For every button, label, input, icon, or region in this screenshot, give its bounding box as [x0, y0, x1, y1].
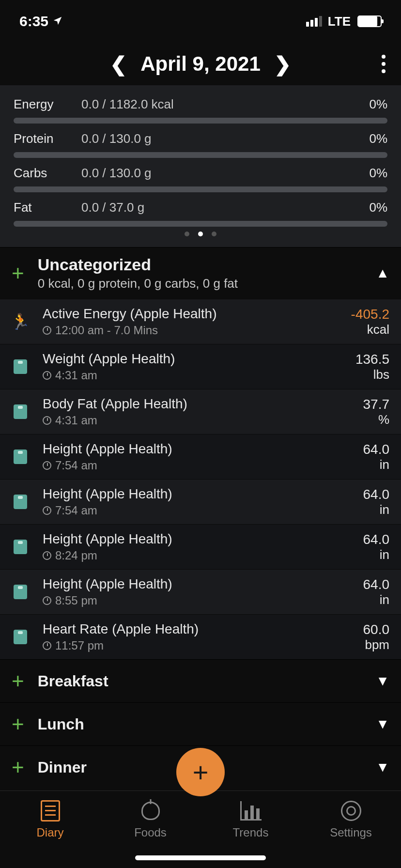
chevron-down-icon[interactable]: ▼ — [376, 760, 389, 775]
entry-value-number: 60.0 — [363, 622, 390, 637]
entry-time: 8:55 pm — [55, 594, 97, 607]
entry-col: Height (Apple Health) 8:55 pm — [43, 576, 350, 607]
macro-progress-bar — [14, 186, 387, 192]
scale-icon — [14, 450, 27, 464]
entry-row[interactable]: Height (Apple Health) 8:24 pm 64.0 in — [0, 524, 401, 569]
entry-time: 8:24 pm — [55, 549, 97, 562]
scale-icon — [14, 359, 27, 374]
entry-row[interactable]: Weight (Apple Health) 4:31 am 136.5 lbs — [0, 344, 401, 389]
apple-icon — [139, 800, 162, 822]
prev-day-button[interactable]: ❮ — [110, 52, 127, 76]
macro-value: 0.0 / 130.0 g — [81, 166, 369, 181]
entry-title: Body Fat (Apple Health) — [43, 396, 350, 412]
entry-value-unit: bpm — [363, 637, 390, 652]
macro-panel[interactable]: Energy 0.0 / 1182.0 kcal 0% Protein 0.0 … — [0, 85, 401, 247]
macro-row: Fat 0.0 / 37.0 g 0% — [14, 197, 387, 218]
entry-col: Height (Apple Health) 7:54 am — [43, 486, 350, 517]
macro-pct: 0% — [369, 97, 387, 112]
macro-label: Energy — [14, 97, 81, 112]
add-meal-button[interactable]: + — [12, 713, 24, 735]
signal-icon — [306, 16, 322, 27]
entry-value-unit: in — [363, 592, 390, 607]
entry-col: Active Energy (Apple Health) 12:00 am - … — [43, 306, 338, 337]
tab-foods[interactable]: Foods — [114, 800, 187, 839]
clock-icon — [43, 506, 51, 515]
entry-icon — [12, 493, 29, 511]
scale-icon — [14, 540, 27, 554]
diary-icon — [39, 800, 62, 822]
meal-title: Breakfast — [38, 672, 363, 690]
entry-title: Height (Apple Health) — [43, 531, 350, 547]
entry-title: Height (Apple Health) — [43, 441, 350, 457]
meal-title: Lunch — [38, 715, 363, 733]
add-meal-button[interactable]: + — [12, 670, 24, 692]
tab-label: Diary — [36, 826, 63, 839]
add-fab-button[interactable]: + — [176, 748, 225, 796]
entry-row[interactable]: Height (Apple Health) 7:54 am 64.0 in — [0, 479, 401, 524]
add-meal-button[interactable]: + — [12, 757, 24, 778]
add-uncategorized-button[interactable]: + — [12, 263, 24, 284]
home-indicator[interactable] — [135, 855, 266, 860]
entry-row[interactable]: Heart Rate (Apple Health) 11:57 pm 60.0 … — [0, 614, 401, 659]
tab-trends[interactable]: Trends — [215, 800, 287, 839]
macro-row: Carbs 0.0 / 130.0 g 0% — [14, 163, 387, 184]
entry-value-number: -405.2 — [351, 307, 389, 322]
macro-label: Fat — [14, 200, 81, 215]
entry-meta: 8:55 pm — [43, 594, 350, 607]
meal-header[interactable]: + Breakfast ▼ — [0, 659, 401, 702]
clock-icon — [43, 326, 51, 335]
chevron-down-icon[interactable]: ▼ — [376, 716, 389, 732]
entry-icon — [12, 538, 29, 556]
tab-label: Settings — [330, 826, 372, 839]
macro-row: Energy 0.0 / 1182.0 kcal 0% — [14, 94, 387, 115]
meal-header[interactable]: + Lunch ▼ — [0, 702, 401, 745]
trends-icon — [240, 800, 262, 822]
entry-icon — [12, 448, 29, 465]
status-right: LTE — [306, 14, 382, 29]
gear-icon — [340, 800, 362, 822]
tab-diary[interactable]: Diary — [14, 800, 87, 839]
entry-value: -405.2 kcal — [351, 307, 389, 337]
chevron-down-icon[interactable]: ▼ — [376, 673, 389, 689]
runner-icon: 🏃 — [11, 312, 30, 331]
macro-row: Protein 0.0 / 130.0 g 0% — [14, 128, 387, 149]
more-menu-button[interactable] — [382, 55, 386, 73]
entry-value-number: 136.5 — [355, 352, 389, 367]
entry-row[interactable]: Height (Apple Health) 7:54 am 64.0 in — [0, 434, 401, 479]
entry-col: Height (Apple Health) 8:24 pm — [43, 531, 350, 562]
status-bar: 6:35 LTE — [0, 0, 401, 43]
entry-row[interactable]: 🏃 Active Energy (Apple Health) 12:00 am … — [0, 299, 401, 344]
entry-title: Heart Rate (Apple Health) — [43, 621, 350, 637]
tab-settings[interactable]: Settings — [315, 800, 387, 839]
macro-value: 0.0 / 37.0 g — [81, 200, 369, 215]
entry-time: 7:54 am — [55, 504, 97, 517]
entry-icon — [12, 583, 29, 601]
collapse-icon[interactable]: ▲ — [376, 265, 389, 281]
macro-progress-bar — [14, 221, 387, 227]
scale-icon — [14, 404, 27, 419]
clock-icon — [43, 461, 51, 470]
entry-value: 136.5 lbs — [355, 352, 389, 382]
entry-col: Body Fat (Apple Health) 4:31 am — [43, 396, 350, 427]
clock-icon — [43, 596, 51, 605]
entry-value: 60.0 bpm — [363, 622, 390, 652]
entry-title: Height (Apple Health) — [43, 486, 350, 502]
entry-meta: 4:31 am — [43, 369, 342, 382]
entry-value-unit: lbs — [355, 367, 389, 382]
date-header: ❮ April 9, 2021 ❯ — [0, 43, 401, 85]
entry-value-unit: in — [363, 547, 390, 562]
entry-meta: 12:00 am - 7.0 Mins — [43, 324, 338, 337]
macro-progress-bar — [14, 118, 387, 124]
entry-time: 11:57 pm — [55, 639, 104, 652]
uncategorized-header[interactable]: + Uncategorized 0 kcal, 0 g protein, 0 g… — [0, 247, 401, 299]
clock-icon — [43, 371, 51, 380]
entry-time: 4:31 am — [55, 414, 97, 427]
date-title[interactable]: April 9, 2021 — [140, 52, 260, 76]
next-day-button[interactable]: ❯ — [274, 52, 291, 76]
macro-value: 0.0 / 130.0 g — [81, 131, 369, 146]
clock-icon — [43, 416, 51, 425]
location-icon — [52, 13, 63, 30]
entry-row[interactable]: Body Fat (Apple Health) 4:31 am 37.7 % — [0, 389, 401, 434]
page-indicator[interactable] — [14, 232, 387, 236]
entry-row[interactable]: Height (Apple Health) 8:55 pm 64.0 in — [0, 569, 401, 614]
